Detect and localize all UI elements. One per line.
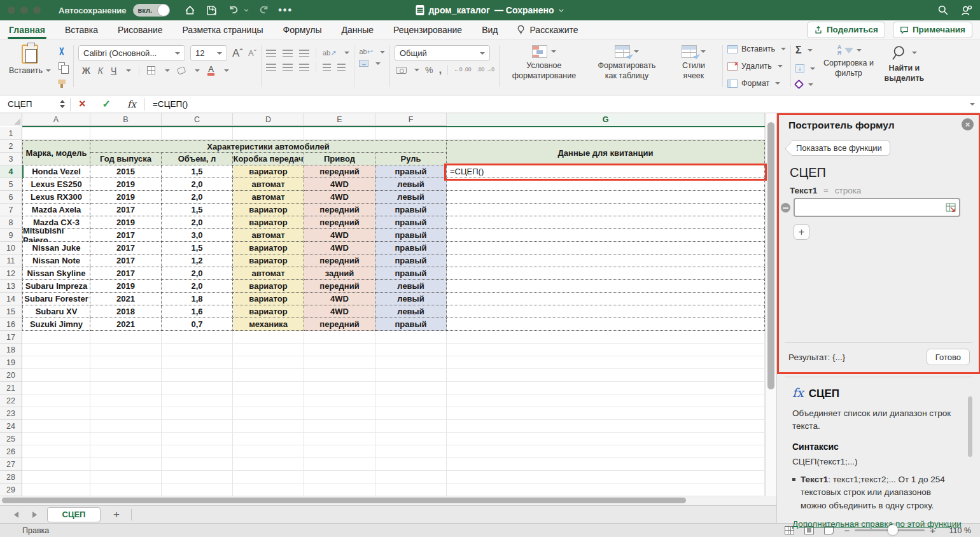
cell-receipt[interactable] <box>447 229 765 242</box>
row-header-3[interactable]: 3 <box>0 153 22 165</box>
column-header-E[interactable]: E <box>304 113 375 126</box>
vertical-scrollbar-thumb[interactable] <box>767 122 774 389</box>
save-icon[interactable] <box>206 4 218 17</box>
cell-gearbox[interactable]: автомат <box>233 229 304 242</box>
column-header-C[interactable]: C <box>162 113 233 126</box>
cell-volume[interactable]: 2,0 <box>162 191 233 204</box>
horizontal-scrollbar[interactable] <box>0 496 776 505</box>
prev-sheet-icon[interactable] <box>14 512 18 518</box>
cell-gearbox[interactable]: вариатор <box>233 280 304 293</box>
cell-gearbox[interactable]: вариатор <box>233 293 304 305</box>
cell-wheel[interactable]: левый <box>375 178 447 191</box>
tab-data[interactable]: Данные <box>340 22 375 38</box>
cell-model[interactable]: Mitsubishi Pajero <box>22 229 90 242</box>
cell-wheel[interactable]: правый <box>375 216 447 229</box>
close-window-button[interactable] <box>8 6 15 14</box>
document-title[interactable]: дром_каталог — Сохранено <box>416 5 564 15</box>
row-header-4[interactable]: 4 <box>0 165 22 178</box>
cell-year[interactable]: 2017 <box>90 229 162 242</box>
align-right-icon[interactable] <box>299 64 309 71</box>
cell-year[interactable]: 2019 <box>90 216 162 229</box>
format-painter-icon[interactable] <box>56 77 67 86</box>
cell-wheel[interactable]: левый <box>375 293 447 305</box>
header-group[interactable]: Характеристики автомобилей <box>90 140 447 153</box>
cell-volume[interactable]: 0,7 <box>162 318 233 331</box>
redo-icon[interactable] <box>258 4 270 17</box>
cell-wheel[interactable]: левый <box>375 191 447 204</box>
zoom-slider-knob[interactable] <box>888 525 898 535</box>
cell-year[interactable]: 2015 <box>90 165 162 178</box>
header-sub[interactable]: Руль <box>375 153 447 165</box>
align-bottom-icon[interactable] <box>299 50 309 57</box>
row-header-13[interactable]: 13 <box>0 280 22 293</box>
vertical-scrollbar[interactable] <box>765 113 776 496</box>
formula-input[interactable]: =СЦЕП() <box>145 99 188 109</box>
cell-drive[interactable]: задний <box>304 267 375 280</box>
cell-drive[interactable]: передний <box>304 216 375 229</box>
font-name-select[interactable]: Calibri (Основной... <box>78 45 185 61</box>
cell-wheel[interactable]: правый <box>375 229 447 242</box>
cell-receipt[interactable] <box>447 178 765 191</box>
percent-format-icon[interactable]: % <box>425 65 433 75</box>
home-icon[interactable] <box>184 4 197 17</box>
header-sub[interactable]: Объем, л <box>162 153 233 165</box>
borders-icon[interactable] <box>147 66 155 74</box>
confirm-formula-button[interactable]: ✓ <box>94 98 119 110</box>
cell-gearbox[interactable]: вариатор <box>233 204 304 216</box>
bold-button[interactable]: Ж <box>82 66 90 76</box>
next-sheet-icon[interactable] <box>32 512 37 518</box>
account-icon[interactable] <box>960 4 972 17</box>
row-header-11[interactable]: 11 <box>0 255 22 267</box>
paste-button[interactable]: Вставить <box>5 43 55 90</box>
row-header-22[interactable]: 22 <box>0 394 22 407</box>
row-header-25[interactable]: 25 <box>0 433 22 445</box>
cell-gearbox[interactable]: вариатор <box>233 255 304 267</box>
row-header-14[interactable]: 14 <box>0 293 22 305</box>
align-center-icon[interactable] <box>283 64 293 71</box>
cell-model[interactable]: Subaru Forester <box>22 293 90 305</box>
format-cells-button[interactable]: Формат <box>727 79 786 88</box>
cell-model[interactable]: Lexus RX300 <box>22 191 90 204</box>
decrease-font-icon[interactable]: Aˇ <box>248 48 256 58</box>
undo-icon[interactable] <box>227 4 240 17</box>
cell-volume[interactable]: 1,5 <box>162 204 233 216</box>
cell-gearbox[interactable]: механика <box>233 318 304 331</box>
decrease-indent-icon[interactable] <box>323 64 331 71</box>
wrap-text-icon[interactable]: ab↩ <box>359 48 372 56</box>
row-header-21[interactable]: 21 <box>0 382 22 394</box>
insert-cells-button[interactable]: Вставить <box>727 45 786 53</box>
cell-drive[interactable]: передний <box>304 165 375 178</box>
underline-dropdown-icon[interactable] <box>126 69 131 72</box>
row-header-1[interactable]: 1 <box>0 127 22 140</box>
row-header-9[interactable]: 9 <box>0 229 22 242</box>
minimize-window-button[interactable] <box>20 6 28 14</box>
tab-review[interactable]: Рецензирование <box>392 22 463 38</box>
tab-home[interactable]: Главная <box>8 22 46 38</box>
row-header-6[interactable]: 6 <box>0 191 22 204</box>
cell-year[interactable]: 2017 <box>90 267 162 280</box>
cell-wheel[interactable]: левый <box>375 280 447 293</box>
cell-drive[interactable]: 4WD <box>304 191 375 204</box>
row-header-19[interactable]: 19 <box>0 356 22 369</box>
cell-volume[interactable]: 3,0 <box>162 229 233 242</box>
tab-view[interactable]: Вид <box>480 22 499 38</box>
cell-drive[interactable]: 4WD <box>304 178 375 191</box>
more-toolbar-icon[interactable]: ••• <box>279 4 292 17</box>
panel-close-icon[interactable]: × <box>962 118 974 130</box>
header-receipt[interactable]: Данные для квитанции <box>447 140 765 165</box>
maximize-window-button[interactable] <box>33 6 41 14</box>
row-header-29[interactable]: 29 <box>0 484 22 496</box>
cell-year[interactable]: 2021 <box>90 318 162 331</box>
fill-button[interactable]: ↓ <box>795 64 815 73</box>
cell-drive[interactable]: передний <box>304 204 375 216</box>
sort-filter-button[interactable]: А Я Сортировка и фильтр <box>822 43 876 90</box>
cell-year[interactable]: 2017 <box>90 242 162 255</box>
row-header-5[interactable]: 5 <box>0 178 22 191</box>
sheet-tab-active[interactable]: СЦЕП <box>47 507 101 522</box>
cell-volume[interactable]: 1,5 <box>162 165 233 178</box>
merge-center-icon[interactable]: ↔ <box>359 60 368 67</box>
formula-bar-expand-icon[interactable] <box>970 103 975 106</box>
cell-year[interactable]: 2018 <box>90 305 162 318</box>
tab-formulas[interactable]: Формулы <box>282 22 323 38</box>
row-header-24[interactable]: 24 <box>0 420 22 433</box>
